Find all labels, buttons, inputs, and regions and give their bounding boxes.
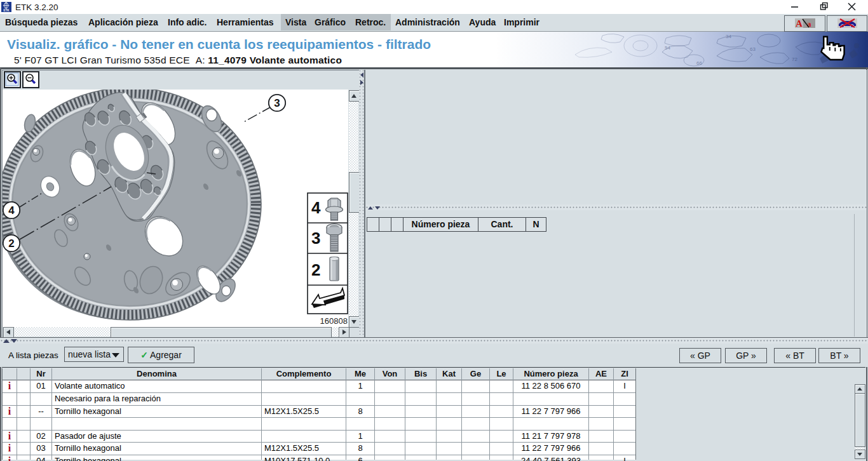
svg-text:3: 3	[311, 229, 320, 248]
svg-text:66: 66	[696, 60, 702, 66]
svg-text:4: 4	[8, 204, 15, 217]
svg-text:3: 3	[274, 97, 280, 109]
svg-text:72: 72	[792, 57, 797, 62]
svg-text:34: 34	[726, 34, 731, 39]
svg-text:ETK: ETK	[3, 8, 9, 12]
svg-text:4: 4	[311, 198, 321, 217]
svg-text:a: a	[807, 19, 811, 28]
svg-text:54: 54	[665, 45, 670, 51]
svg-text:2: 2	[8, 237, 14, 250]
svg-text:A: A	[796, 18, 803, 28]
svg-text:63: 63	[750, 46, 756, 52]
svg-text:2: 2	[311, 260, 320, 279]
